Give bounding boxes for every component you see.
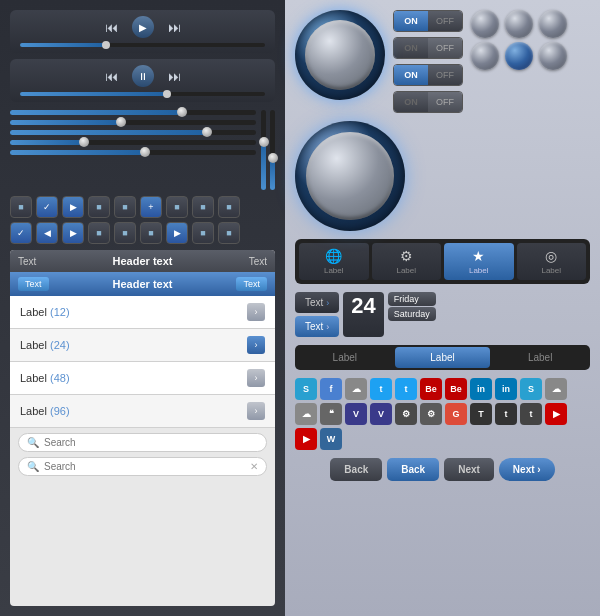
prev-prev-btn-2[interactable]: ⏮	[105, 69, 118, 84]
social-icon-twitter[interactable]: t	[370, 378, 392, 400]
list-item-1[interactable]: Label (12) ›	[10, 296, 275, 329]
tab-item-1[interactable]: 🌐 Label	[299, 243, 369, 280]
social-icon-wp[interactable]: W	[320, 428, 342, 450]
sm-knob-6[interactable]	[539, 42, 567, 70]
large-knob-outer[interactable]	[295, 121, 405, 231]
sm-knob-1[interactable]	[471, 10, 499, 38]
day-friday[interactable]: Friday	[388, 292, 436, 306]
ui-btn-13[interactable]: ■	[88, 222, 110, 244]
social-icon-vimeo2[interactable]: V	[370, 403, 392, 425]
ui-btn-16[interactable]: ▶	[166, 222, 188, 244]
list-item-4[interactable]: Label (96) ›	[10, 395, 275, 428]
ui-btn-1[interactable]: ■	[10, 196, 32, 218]
day-saturday[interactable]: Saturday	[388, 307, 436, 321]
play-btn-1[interactable]: ▶	[132, 16, 154, 38]
v-slider-track-1[interactable]	[261, 110, 266, 190]
ui-btn-10[interactable]: ✓	[10, 222, 32, 244]
next-next-btn-1[interactable]: ⏭	[168, 20, 181, 35]
social-icon-settings2[interactable]: ⚙	[420, 403, 442, 425]
progress-bar-1[interactable]	[20, 43, 265, 47]
small-knob-container	[295, 10, 385, 100]
seg-btn-2[interactable]: Label	[395, 347, 491, 368]
ui-btn-7[interactable]: ■	[166, 196, 188, 218]
social-icon-vimeo1[interactable]: V	[345, 403, 367, 425]
toggle-1[interactable]: ON OFF	[393, 10, 463, 32]
ui-btn-11[interactable]: ◀	[36, 222, 58, 244]
list-item-2[interactable]: Label (24) ›	[10, 329, 275, 362]
tab-item-2[interactable]: ⚙ Label	[372, 243, 442, 280]
ui-btn-15[interactable]: ■	[140, 222, 162, 244]
ui-btn-3[interactable]: ▶	[62, 196, 84, 218]
social-icon-settings[interactable]: ⚙	[395, 403, 417, 425]
slider-track-1[interactable]	[10, 110, 256, 115]
list-item-3[interactable]: Label (48) ›	[10, 362, 275, 395]
ui-btn-4[interactable]: ■	[88, 196, 110, 218]
ui-btn-6[interactable]: +	[140, 196, 162, 218]
social-icon-facebook[interactable]: f	[320, 378, 342, 400]
tab-item-3[interactable]: ★ Label	[444, 243, 514, 280]
sm-knob-4[interactable]	[471, 42, 499, 70]
seg-btn-3[interactable]: Label	[492, 347, 588, 368]
social-icon-cloud3[interactable]: ☁	[295, 403, 317, 425]
toggle-4[interactable]: ON OFF	[393, 91, 463, 113]
slider-track-2[interactable]	[10, 120, 256, 125]
back-btn-dark[interactable]: Back	[330, 458, 382, 481]
social-icon-skype[interactable]: S	[295, 378, 317, 400]
info-btn-label-2: Text	[305, 321, 323, 332]
seg-btn-1[interactable]: Label	[297, 347, 393, 368]
slider-track-4[interactable]	[10, 140, 256, 145]
social-icon-be1[interactable]: Be	[420, 378, 442, 400]
top-section: ON OFF ON OFF ON OFF ON OFF	[295, 10, 590, 113]
ui-btn-17[interactable]: ■	[192, 222, 214, 244]
header-right-btn-2[interactable]: Text	[236, 277, 267, 291]
next-btn-blue-arrow[interactable]: Next ›	[499, 458, 555, 481]
ui-btn-2[interactable]: ✓	[36, 196, 58, 218]
v-slider-track-2[interactable]	[270, 110, 275, 190]
next-btn-dark[interactable]: Next	[444, 458, 494, 481]
search-input-2[interactable]	[44, 461, 245, 472]
social-icon-quote[interactable]: ❝	[320, 403, 342, 425]
social-icon-s2[interactable]: S	[520, 378, 542, 400]
social-icon-youtube2[interactable]: ▶	[295, 428, 317, 450]
header-right-text-1: Text	[249, 256, 267, 267]
social-icon-linkedin2[interactable]: in	[495, 378, 517, 400]
social-icon-t2[interactable]: t	[495, 403, 517, 425]
next-next-btn-2[interactable]: ⏭	[168, 69, 181, 84]
prev-prev-btn-1[interactable]: ⏮	[105, 20, 118, 35]
tab-item-4[interactable]: ◎ Label	[517, 243, 587, 280]
sm-knob-3[interactable]	[539, 10, 567, 38]
small-knob-outer[interactable]	[295, 10, 385, 100]
info-btn-2[interactable]: Text ›	[295, 316, 339, 337]
sm-knob-5[interactable]	[505, 42, 533, 70]
search-bar-2: 🔍 ✕	[18, 457, 267, 476]
social-icon-tumblr[interactable]: T	[470, 403, 492, 425]
clear-icon[interactable]: ✕	[250, 461, 258, 472]
info-btn-1[interactable]: Text ›	[295, 292, 339, 313]
ui-btn-12[interactable]: ▶	[62, 222, 84, 244]
social-icon-t3[interactable]: t	[520, 403, 542, 425]
ui-btn-18[interactable]: ■	[218, 222, 240, 244]
back-btn-blue[interactable]: Back	[387, 458, 439, 481]
small-knobs-grid	[471, 10, 567, 70]
social-icon-twitter2[interactable]: t	[395, 378, 417, 400]
social-icon-linkedin1[interactable]: in	[470, 378, 492, 400]
ui-btn-14[interactable]: ■	[114, 222, 136, 244]
progress-bar-2[interactable]	[20, 92, 265, 96]
ui-btn-8[interactable]: ■	[192, 196, 214, 218]
ui-btn-9[interactable]: ■	[218, 196, 240, 218]
search-input-1[interactable]	[44, 437, 258, 448]
slider-track-3[interactable]	[10, 130, 256, 135]
ui-btn-5[interactable]: ■	[114, 196, 136, 218]
header-left-btn-2[interactable]: Text	[18, 277, 49, 291]
sm-knob-2[interactable]	[505, 10, 533, 38]
social-icon-cloud1[interactable]: ☁	[345, 378, 367, 400]
social-icon-be2[interactable]: Be	[445, 378, 467, 400]
toggle-3[interactable]: ON OFF	[393, 64, 463, 86]
pause-btn-2[interactable]: ⏸	[132, 65, 154, 87]
social-icon-google[interactable]: G	[445, 403, 467, 425]
social-icon-youtube[interactable]: ▶	[545, 403, 567, 425]
search-icon-1: 🔍	[27, 437, 39, 448]
social-icon-cloud2[interactable]: ☁	[545, 378, 567, 400]
slider-track-5[interactable]	[10, 150, 256, 155]
toggle-2[interactable]: ON OFF	[393, 37, 463, 59]
